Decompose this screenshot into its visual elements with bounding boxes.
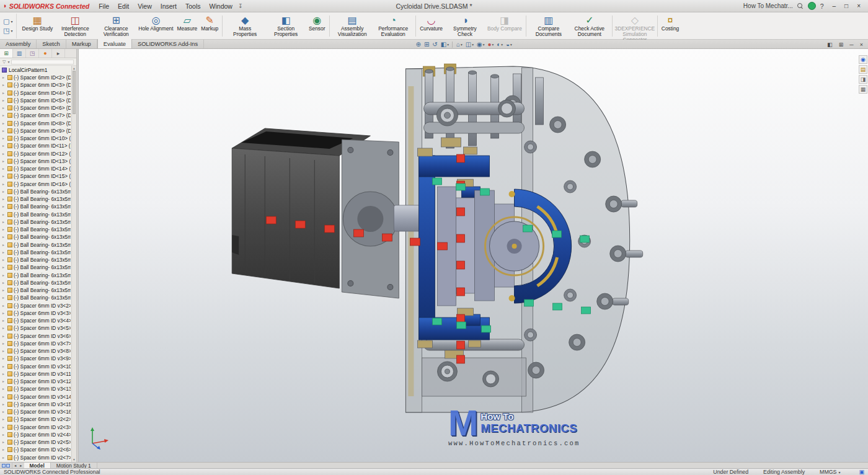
menu-file[interactable]: File: [94, 1, 113, 11]
tree-item[interactable]: ▸(-) Spacer 6mm ID<5> (Def: [0, 97, 71, 104]
tree-item[interactable]: ▸(-) Ball Bearing- 6x13x5mm: [0, 203, 71, 210]
interference-detection-button[interactable]: ◫Interference Detection: [55, 14, 95, 38]
menu-tools[interactable]: Tools: [181, 1, 205, 11]
scrollbar-thumb[interactable]: [73, 71, 76, 114]
tree-item[interactable]: ▸(-) Spacer 6mm ID v3<11>: [0, 370, 71, 378]
expand-arrow-icon[interactable]: ▸: [2, 410, 6, 414]
featuremanager-tree-tab[interactable]: ⊞: [0, 49, 13, 58]
tree-item[interactable]: ▸(-) Ball Bearing- 6x13x5mm: [0, 272, 71, 279]
menu-view[interactable]: View: [133, 1, 156, 11]
tree-item[interactable]: ▸(-) Ball Bearing- 6x13x5mm: [0, 264, 71, 271]
pin-menu-icon[interactable]: ↧: [238, 3, 243, 9]
tree-item[interactable]: ▸(-) Spacer 6mm ID v2<5> (: [0, 438, 71, 446]
section-properties-button[interactable]: ◧Section Properties: [265, 14, 306, 38]
check-active-document-button[interactable]: ✓Check Active Document: [569, 14, 610, 38]
expand-arrow-icon[interactable]: ▸: [2, 281, 6, 285]
tree-item[interactable]: ▸(-) Spacer 6mm ID v2<6> (: [0, 446, 71, 453]
expand-arrow-icon[interactable]: ▸: [2, 106, 6, 110]
tree-item[interactable]: ▸(-) Ball Bearing- 6x13x5mm: [0, 294, 71, 301]
units-selector[interactable]: MMGS ▾: [820, 469, 840, 475]
sync-status-icon[interactable]: ▣: [859, 469, 864, 475]
expand-arrow-icon[interactable]: ▸: [2, 235, 6, 239]
viewport-split-button[interactable]: ◧: [824, 42, 836, 48]
expand-arrow-icon[interactable]: ▸: [2, 456, 6, 459]
tree-item[interactable]: ▸(-) Spacer 6mm ID v2<3> (: [0, 424, 71, 431]
expand-arrow-icon[interactable]: ▸: [2, 334, 6, 338]
tab-assembly[interactable]: Assembly: [0, 40, 37, 48]
tree-item[interactable]: ▸(-) Spacer 6mm ID v3<2> (: [0, 302, 71, 309]
taskpane-3dexperience-button[interactable]: ◉: [859, 55, 867, 64]
assembly-visualization-button[interactable]: ▤Assembly Visualization: [332, 14, 373, 38]
model-motor-flange[interactable]: [342, 140, 399, 298]
expand-arrow-icon[interactable]: ▸: [2, 99, 6, 102]
expand-arrow-icon[interactable]: ▸: [2, 129, 6, 133]
tab-sketch[interactable]: Sketch: [37, 40, 66, 48]
avatar[interactable]: [808, 2, 816, 10]
expand-arrow-icon[interactable]: ▸: [2, 243, 6, 247]
expand-arrow-icon[interactable]: ▸: [2, 402, 6, 406]
clearance-verification-button[interactable]: ⊞Clearance Verification: [95, 14, 136, 38]
tree-item[interactable]: ▸(-) Spacer 6mm ID v3<7> (: [0, 340, 71, 347]
tree-item[interactable]: ▸(-) Spacer 6mm ID v3<5> (: [0, 324, 71, 332]
tree-root-item[interactable]: LocalCirPattern1: [0, 66, 71, 74]
tree-item[interactable]: ▸(-) Spacer 6mm ID v2<2> (: [0, 415, 71, 423]
tab-evaluate[interactable]: Evaluate: [97, 39, 132, 48]
expand-panel-tab[interactable]: ▸: [52, 49, 65, 58]
propertymanager-tab[interactable]: ▥: [13, 49, 26, 58]
tree-item[interactable]: ▸(-) Spacer 6mm ID<7> (Def: [0, 112, 71, 119]
tree-item[interactable]: ▸(-) Spacer 6mm ID<3> (Def: [0, 81, 71, 89]
tree-item[interactable]: ▸(-) Spacer 6mm ID v3<3> (: [0, 309, 71, 317]
tree-item[interactable]: ▸(-) Spacer 6mm ID v3<14>: [0, 393, 71, 401]
minimize-button[interactable]: –: [828, 2, 841, 10]
tree-item[interactable]: ▸(-) Spacer 6mm ID v3<12>: [0, 378, 71, 385]
expand-arrow-icon[interactable]: ▸: [2, 319, 6, 322]
expand-arrow-icon[interactable]: ▸: [2, 122, 6, 125]
tree-item[interactable]: ▸(-) Spacer 6mm ID<12> (D: [0, 150, 71, 158]
expand-arrow-icon[interactable]: ▸: [2, 395, 6, 399]
tree-item[interactable]: ▸(-) Spacer 6mm ID v3<8> (: [0, 347, 71, 355]
scroll-up-icon[interactable]: ▴: [73, 66, 75, 70]
tree-item[interactable]: ▸(-) Ball Bearing- 6x13x5mm: [0, 195, 71, 203]
mass-properties-button[interactable]: ◆Mass Properties: [224, 14, 265, 38]
taskpane-view-palette-button[interactable]: ▦: [859, 85, 867, 94]
close-button[interactable]: ×: [852, 2, 865, 10]
curvature-button[interactable]: ◡Curvature: [418, 14, 445, 38]
compare-documents-button[interactable]: ▥Compare Documents: [528, 14, 569, 38]
tab-solidworks-add-ins[interactable]: SOLIDWORKS Add-Ins: [132, 40, 204, 48]
save-document-button[interactable]: ◳▾: [3, 27, 12, 35]
tree-item[interactable]: ▸(-) Spacer 6mm ID v3<10>: [0, 363, 71, 370]
previous-view-button[interactable]: ↺: [431, 40, 439, 49]
tab-prev-icon[interactable]: ◂: [12, 463, 18, 468]
tree-item[interactable]: ▸(-) Ball Bearing- 6x13x5mm: [0, 241, 71, 249]
tab-model[interactable]: Model: [24, 463, 51, 468]
tree-item[interactable]: ▸(-) Spacer 6mm ID<15> (D: [0, 172, 71, 180]
tree-item[interactable]: ▸(-) Spacer 6mm ID<4> (Def: [0, 89, 71, 97]
expand-arrow-icon[interactable]: ▸: [2, 167, 6, 171]
expand-arrow-icon[interactable]: ▸: [2, 265, 6, 269]
expand-arrow-icon[interactable]: ▸: [2, 144, 6, 148]
measure-button[interactable]: ▱Measure: [175, 14, 200, 38]
help-button[interactable]: ?: [820, 2, 824, 10]
tree-item[interactable]: ▸(-) Spacer 6mm ID<8> (Def: [0, 120, 71, 127]
expand-arrow-icon[interactable]: ▸: [2, 311, 6, 315]
expand-arrow-icon[interactable]: ▸: [2, 425, 6, 429]
expand-arrow-icon[interactable]: ▸: [2, 326, 6, 330]
expand-arrow-icon[interactable]: ▸: [2, 174, 6, 178]
expand-arrow-icon[interactable]: ▸: [2, 251, 6, 254]
menu-insert[interactable]: Insert: [156, 1, 181, 11]
tab-markup[interactable]: Markup: [66, 40, 97, 48]
expand-arrow-icon[interactable]: ▸: [2, 349, 6, 353]
expand-arrow-icon[interactable]: ▸: [2, 136, 6, 140]
feature-tree-filter[interactable]: ▽ ▾: [0, 58, 76, 66]
expand-arrow-icon[interactable]: ▸: [2, 440, 6, 444]
tree-item[interactable]: ▸(-) Ball Bearing- 6x13x5mm: [0, 226, 71, 233]
view-settings-button[interactable]: ◒▾: [505, 40, 514, 49]
zoom-area-button[interactable]: ⊞: [422, 40, 430, 49]
tree-item[interactable]: ▸(-) Spacer 6mm ID<10> (D: [0, 135, 71, 142]
hide-show-items-button[interactable]: ◉▾: [475, 40, 486, 49]
expand-arrow-icon[interactable]: ▸: [2, 273, 6, 277]
search-icon[interactable]: [797, 3, 804, 9]
displaymanager-tab[interactable]: ●: [39, 49, 52, 58]
tree-item[interactable]: ▸(-) Spacer 6mm ID v3<15>: [0, 401, 71, 408]
tree-item[interactable]: ▸(-) Ball Bearing- 6x13x5mm: [0, 233, 71, 241]
